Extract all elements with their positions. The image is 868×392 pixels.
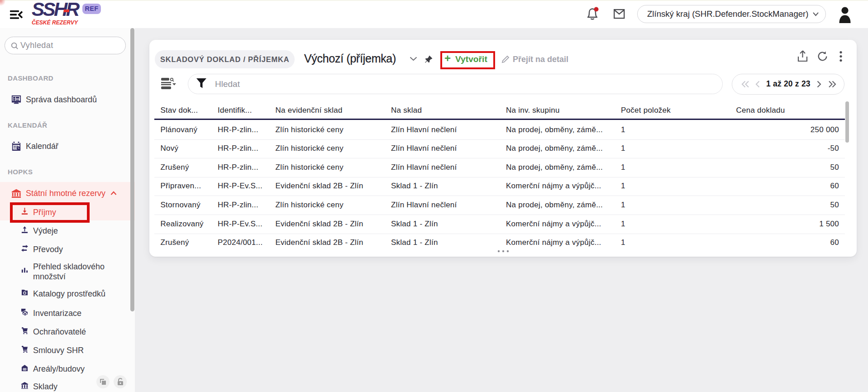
svg-text:SSHR: SSHR: [32, 1, 80, 20]
svg-text:ČESKÉ REZERVY: ČESKÉ REZERVY: [32, 19, 78, 26]
